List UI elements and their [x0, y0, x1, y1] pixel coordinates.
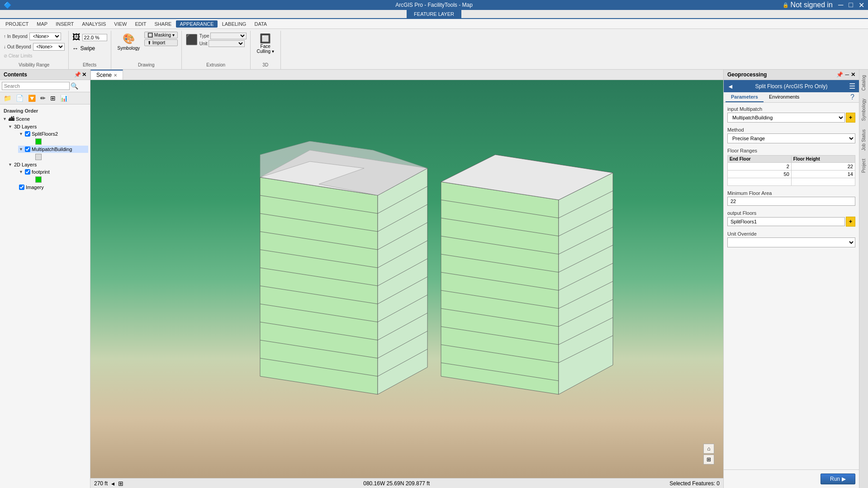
filter-btn[interactable]: 🔽 — [26, 94, 38, 103]
tree-item-3dlayers[interactable]: ▼ 3D Layers — [7, 123, 88, 130]
symbology-icon: 🎨 — [123, 33, 135, 45]
menu-project[interactable]: PROJECT — [2, 20, 32, 28]
sidebar: Contents 📌 ✕ 🔍 📁 📄 🔽 ✏ ⊞ 📊 Drawing Order — [0, 70, 90, 488]
col-end-floor: End Floor — [728, 156, 792, 163]
menu-edit[interactable]: EDIT — [131, 20, 150, 28]
imagery-checkbox[interactable] — [19, 185, 24, 190]
ribbon: ↑ In Beyond <None> ↓ Out Beyond <None> ⊘… — [0, 29, 868, 70]
3dlayers-arrow: ▼ — [8, 124, 13, 129]
run-label: Run — [830, 476, 840, 482]
zoom-input[interactable] — [82, 34, 107, 41]
unit-override-select[interactable] — [727, 237, 855, 247]
geo-menu-btn[interactable]: ☰ — [849, 82, 855, 90]
floor-height-1-input[interactable] — [793, 164, 853, 169]
out-beyond-select[interactable]: <None> — [33, 43, 65, 51]
close-btn[interactable]: ✕ — [859, 1, 864, 9]
chart-btn[interactable]: 📊 — [58, 94, 70, 103]
tree-item-scene[interactable]: ▼ 🏙 Scene — [2, 114, 88, 123]
geo-back-btn[interactable]: ◄ — [727, 83, 734, 90]
tree-item-footprint[interactable]: ▼ footprint — [18, 168, 88, 175]
menu-view[interactable]: VIEW — [110, 20, 130, 28]
tree-item-imagery[interactable]: Imagery — [18, 184, 88, 191]
input-multipatch-add-btn[interactable]: + — [846, 113, 855, 123]
scene-tab-close[interactable]: ✕ — [114, 73, 117, 78]
add-item-btn[interactable]: 📄 — [14, 94, 25, 103]
nav-extent-btn[interactable]: ⊞ — [703, 455, 714, 464]
tree-item-splitfloors2[interactable]: ▼ SplitFloors2 — [18, 130, 88, 137]
scale-icon1[interactable]: ◂ — [111, 480, 114, 487]
end-floor-2-input[interactable] — [730, 171, 789, 177]
building-container — [158, 103, 723, 451]
geo-tab-environments[interactable]: Environments — [764, 92, 805, 102]
floor-height-1 — [791, 163, 855, 171]
extrusion-group-label: Extrusion — [206, 62, 225, 68]
sidebar-pin-btn[interactable]: 📌 — [74, 71, 81, 78]
splitfloors2-checkbox[interactable] — [25, 131, 30, 137]
floor-height-new-input[interactable] — [793, 179, 853, 185]
geo-help-btn[interactable]: ? — [848, 92, 857, 102]
menu-analysis[interactable]: ANALYSIS — [78, 20, 109, 28]
output-floors-input[interactable] — [727, 217, 845, 226]
feature-layer-tab[interactable]: FEATURE LAYER — [407, 9, 461, 19]
floor-height-2-input[interactable] — [793, 171, 853, 177]
menu-appearance[interactable]: APPEARANCE — [176, 20, 217, 28]
menu-share[interactable]: SHARE — [151, 20, 175, 28]
geo-tool-name: Split Floors (ArcGIS Pro Only) — [737, 83, 845, 90]
geo-tab-parameters[interactable]: Parameters — [726, 92, 764, 102]
scale-icon2[interactable]: ⊞ — [118, 480, 123, 487]
end-floor-new-input[interactable] — [730, 179, 789, 185]
min-floor-area-label: Minimum Floor Area — [727, 190, 855, 196]
multipatch-checkbox[interactable] — [25, 147, 30, 152]
footprint-checkbox[interactable] — [25, 169, 30, 175]
floor-range-row-2 — [728, 171, 855, 178]
minimize-btn[interactable]: ─ — [838, 1, 843, 9]
edit-btn[interactable]: ✏ — [38, 94, 47, 103]
job-status-tab[interactable]: Job Status — [860, 126, 867, 154]
geo-close-btn[interactable]: ✕ — [851, 71, 855, 78]
building-svg — [237, 141, 645, 412]
face-culling-btn[interactable]: 🔲 FaceCulling ▾ — [254, 32, 277, 55]
method-label: Method — [727, 127, 855, 133]
menu-labeling[interactable]: LABELING — [218, 20, 250, 28]
run-button[interactable]: Run ▶ — [821, 474, 855, 484]
tree-item-multipatch[interactable]: ▼ MultipatchBuilding — [18, 146, 88, 153]
in-beyond-select[interactable]: <None> — [29, 33, 61, 40]
project-tab[interactable]: Project — [860, 155, 867, 176]
geo-minimize-btn[interactable]: ─ — [845, 71, 849, 78]
type-select[interactable] — [210, 33, 247, 39]
maximize-btn[interactable]: □ — [849, 1, 853, 9]
geo-header-btns: 📌 ─ ✕ — [836, 71, 855, 78]
output-floors-add-btn[interactable]: + — [846, 217, 855, 227]
menu-data[interactable]: DATA — [251, 20, 270, 28]
type-unit-col: Type Unit — [199, 33, 247, 47]
sidebar-search-input[interactable] — [2, 82, 70, 90]
output-floors-field: output Floors + — [727, 210, 855, 227]
geo-pin-btn[interactable]: 📌 — [836, 71, 843, 78]
swipe-label[interactable]: Swipe — [81, 45, 95, 52]
tree-item-2dlayers[interactable]: ▼ 2D Layers — [7, 161, 88, 168]
map-canvas[interactable]: ⌂ ⊞ — [90, 80, 723, 478]
add-folder-btn[interactable]: 📁 — [2, 94, 13, 103]
search-icon[interactable]: 🔍 — [71, 82, 78, 90]
min-floor-area-input[interactable] — [727, 197, 855, 206]
method-select[interactable]: Precise Range Estimated Standard — [727, 133, 855, 143]
catalog-tab[interactable]: Catalog — [860, 71, 867, 94]
input-multipatch-field: input Multipatch MultipatchBuilding + — [727, 106, 855, 123]
sidebar-close-btn[interactable]: ✕ — [82, 71, 86, 78]
import-btn[interactable]: ⬆ Import — [144, 39, 178, 46]
menu-map[interactable]: MAP — [33, 20, 51, 28]
tree-section-scene: ▼ 🏙 Scene ▼ 3D Layers ▼ — [2, 114, 88, 191]
input-multipatch-select[interactable]: MultipatchBuilding — [727, 113, 845, 123]
nav-home-btn[interactable]: ⌂ — [703, 444, 714, 454]
masking-btn[interactable]: 🔲 Masking ▾ — [144, 32, 178, 38]
end-floor-1-input[interactable] — [730, 164, 789, 169]
grid-btn[interactable]: ⊞ — [48, 94, 57, 103]
menu-insert[interactable]: INSERT — [52, 20, 77, 28]
right-vtabs: Catalog Symbology Job Status Project — [859, 70, 868, 488]
symbology-btn[interactable]: 🎨 Symbology — [115, 32, 142, 52]
unit-select[interactable] — [209, 40, 245, 47]
scene-tab[interactable]: Scene ✕ — [90, 70, 123, 80]
left-bldg-front — [260, 177, 378, 394]
multipatch-group: ▼ MultipatchBuilding — [18, 146, 88, 161]
symbology-tab[interactable]: Symbology — [860, 95, 867, 124]
